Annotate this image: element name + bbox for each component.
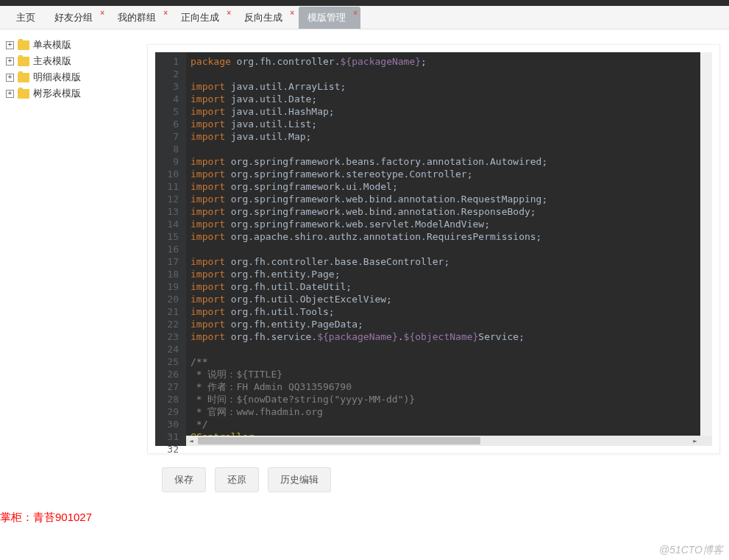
line-number: 2 bbox=[160, 68, 179, 80]
watermark: @51CTO博客 bbox=[659, 544, 723, 557]
line-number: 28 bbox=[160, 393, 179, 405]
code-line[interactable]: import org.apache.shiro.authz.annotation… bbox=[191, 230, 708, 243]
history-edit-button[interactable]: 历史编辑 bbox=[268, 467, 331, 492]
tab-4[interactable]: 反向生成× bbox=[235, 7, 297, 29]
folder-icon bbox=[18, 89, 29, 99]
close-icon[interactable]: × bbox=[290, 9, 294, 17]
close-icon[interactable]: × bbox=[163, 9, 168, 17]
code-line[interactable]: import org.fh.entity.PageData; bbox=[191, 318, 708, 330]
restore-button[interactable]: 还原 bbox=[215, 467, 259, 492]
code-line[interactable]: /** bbox=[191, 355, 708, 368]
close-icon[interactable]: × bbox=[100, 9, 104, 17]
owner-label: 掌柜：青苔901027 bbox=[0, 511, 92, 525]
scroll-left-icon[interactable]: ◄ bbox=[186, 436, 196, 446]
line-number: 3 bbox=[160, 80, 179, 93]
tab-label: 主页 bbox=[16, 12, 35, 23]
line-number: 6 bbox=[160, 118, 179, 130]
line-number: 1 bbox=[160, 55, 179, 68]
code-line[interactable]: import org.springframework.stereotype.Co… bbox=[191, 168, 708, 180]
horizontal-scrollbar[interactable]: ◄ ► bbox=[186, 436, 700, 446]
code-line[interactable] bbox=[191, 343, 708, 355]
expand-icon[interactable]: + bbox=[6, 90, 14, 98]
line-number: 12 bbox=[160, 193, 179, 205]
expand-icon[interactable]: + bbox=[6, 57, 14, 65]
line-number: 17 bbox=[160, 255, 179, 268]
code-line[interactable]: import org.fh.controller.base.BaseContro… bbox=[191, 255, 708, 268]
template-tree-sidebar: +单表模版+主表模版+明细表模版+树形表模版 bbox=[0, 29, 147, 560]
folder-icon bbox=[18, 73, 29, 82]
expand-icon[interactable]: + bbox=[6, 74, 14, 82]
vertical-scrollbar[interactable] bbox=[700, 52, 712, 436]
code-line[interactable]: import java.util.Map; bbox=[191, 130, 708, 143]
tab-5[interactable]: 模版管理× bbox=[299, 7, 360, 29]
folder-icon bbox=[18, 57, 29, 66]
code-line[interactable]: import java.util.ArrayList; bbox=[191, 80, 708, 93]
line-number: 13 bbox=[160, 205, 179, 218]
line-number: 8 bbox=[160, 143, 179, 155]
line-number: 10 bbox=[160, 168, 179, 180]
expand-icon[interactable]: + bbox=[6, 41, 14, 49]
tab-2[interactable]: 我的群组× bbox=[109, 7, 171, 29]
close-icon[interactable]: × bbox=[353, 9, 358, 17]
code-line[interactable]: * 时间：${nowDate?string("yyyy-MM-dd")} bbox=[191, 393, 708, 405]
line-number: 27 bbox=[160, 380, 179, 393]
code-line[interactable]: import org.springframework.web.bind.anno… bbox=[191, 205, 708, 218]
line-number: 7 bbox=[160, 130, 179, 143]
tab-label: 好友分组 bbox=[54, 12, 93, 23]
line-number: 21 bbox=[160, 305, 179, 318]
line-number: 18 bbox=[160, 268, 179, 280]
code-line[interactable] bbox=[191, 243, 708, 255]
line-number: 24 bbox=[160, 343, 179, 355]
line-number: 4 bbox=[160, 93, 179, 105]
tab-1[interactable]: 好友分组× bbox=[46, 7, 107, 29]
line-number: 25 bbox=[160, 355, 179, 368]
code-line[interactable]: package org.fh.controller.${packageName}… bbox=[191, 55, 708, 68]
code-line[interactable]: import org.springframework.web.bind.anno… bbox=[191, 193, 708, 205]
code-line[interactable]: import org.springframework.ui.Model; bbox=[191, 180, 708, 193]
tab-label: 我的群组 bbox=[118, 12, 156, 23]
code-line[interactable]: import org.springframework.beans.factory… bbox=[191, 155, 708, 168]
tree-item-3[interactable]: +树形表模版 bbox=[6, 85, 141, 102]
code-editor[interactable]: 1234567891011121314151617181920212223242… bbox=[155, 52, 712, 446]
tab-3[interactable]: 正向生成× bbox=[172, 7, 234, 29]
code-line[interactable] bbox=[191, 143, 708, 155]
line-number: 5 bbox=[160, 105, 179, 118]
horizontal-scroll-thumb[interactable] bbox=[198, 437, 480, 444]
tree-item-2[interactable]: +明细表模版 bbox=[6, 69, 141, 85]
code-line[interactable]: */ bbox=[191, 418, 708, 430]
close-icon[interactable]: × bbox=[227, 9, 231, 17]
line-number: 26 bbox=[160, 368, 179, 380]
code-line[interactable]: import org.fh.util.Tools; bbox=[191, 305, 708, 318]
code-line[interactable]: import java.util.Date; bbox=[191, 93, 708, 105]
code-line[interactable]: import java.util.HashMap; bbox=[191, 105, 708, 118]
content-area: 1234567891011121314151617181920212223242… bbox=[147, 29, 729, 560]
tree-item-label: 单表模版 bbox=[33, 38, 71, 52]
code-line[interactable]: import org.springframework.web.servlet.M… bbox=[191, 218, 708, 230]
main-area: +单表模版+主表模版+明细表模版+树形表模版 12345678910111213… bbox=[0, 29, 729, 560]
line-number: 22 bbox=[160, 318, 179, 330]
tree-item-label: 明细表模版 bbox=[33, 71, 81, 84]
code-line[interactable]: * 作者：FH Admin QQ313596790 bbox=[191, 380, 708, 393]
tab-0[interactable]: 主页 bbox=[7, 7, 44, 29]
save-button[interactable]: 保存 bbox=[162, 467, 206, 492]
line-number: 31 bbox=[160, 430, 179, 443]
code-line[interactable]: * 说明：${TITLE} bbox=[191, 368, 708, 380]
line-number: 9 bbox=[160, 155, 179, 168]
code-line[interactable]: * 官网：www.fhadmin.org bbox=[191, 405, 708, 418]
code-line[interactable] bbox=[191, 68, 708, 80]
line-number: 23 bbox=[160, 330, 179, 343]
action-buttons: 保存 还原 历史编辑 bbox=[147, 454, 720, 492]
line-number: 20 bbox=[160, 293, 179, 305]
line-number: 32 bbox=[160, 443, 179, 456]
code-line[interactable]: import org.fh.util.DateUtil; bbox=[191, 280, 708, 293]
tree-item-1[interactable]: +主表模版 bbox=[6, 53, 141, 69]
code-line[interactable]: import org.fh.service.${packageName}.${o… bbox=[191, 330, 708, 343]
code-line[interactable]: import org.fh.entity.Page; bbox=[191, 268, 708, 280]
tree-item-0[interactable]: +单表模版 bbox=[6, 37, 141, 53]
code-line[interactable]: import java.util.List; bbox=[191, 118, 708, 130]
code-text-area[interactable]: package org.fh.controller.${packageName}… bbox=[186, 52, 712, 446]
scroll-right-icon[interactable]: ► bbox=[690, 436, 700, 446]
line-number: 14 bbox=[160, 218, 179, 230]
scroll-corner bbox=[700, 436, 712, 446]
code-line[interactable]: import org.fh.util.ObjectExcelView; bbox=[191, 293, 708, 305]
